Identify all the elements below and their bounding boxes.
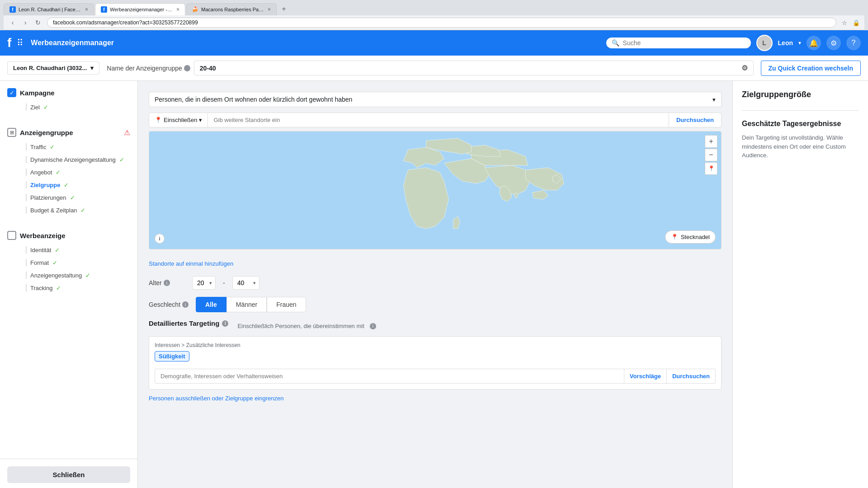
format-label: Format (30, 259, 49, 266)
reload-button[interactable]: ↻ (33, 17, 43, 28)
sidebar-item-traffic[interactable]: Traffic ✓ (22, 141, 130, 153)
user-dropdown-arrow[interactable]: ▾ (798, 40, 801, 46)
anzeigengruppe-items: Traffic ✓ Dynamische Anzeigengestaltung … (7, 141, 130, 216)
gender-all-button[interactable]: Alle (196, 297, 226, 312)
settings-icon[interactable]: ⚙ (826, 36, 841, 50)
sidebar-item-anzeigengestaltung[interactable]: Anzeigengestaltung ✓ (22, 269, 130, 282)
map-location-button[interactable]: 📍 (705, 162, 717, 175)
targeting-suggestions-button[interactable]: Vorschläge (624, 369, 667, 384)
angebot-check-icon: ✓ (56, 169, 61, 176)
close-button[interactable]: Schließen (7, 466, 130, 483)
age-from-wrapper: 18192021222530 (192, 276, 216, 290)
add-locations-link[interactable]: Standorte auf einmal hinzufügen (149, 260, 233, 267)
gender-info-icon[interactable]: i (182, 301, 189, 308)
browser-tab-0[interactable]: f Leon R. Chaudhari | Facebook × (4, 3, 94, 15)
search-input[interactable] (623, 39, 745, 47)
sidebar-item-angebot[interactable]: Angebot ✓ (22, 166, 130, 178)
map-zoom-out-button[interactable]: − (705, 149, 717, 161)
sidebar: ✓ Kampagne Ziel ✓ ⊞ Anzeigeng (0, 81, 138, 488)
app-menu-icon[interactable]: ⠿ (17, 38, 24, 48)
facebook-logo: f (7, 36, 11, 50)
platzierungen-label: Platzierungen (30, 194, 66, 201)
field-info-icon[interactable]: ⓘ (184, 65, 190, 71)
forward-button[interactable]: › (20, 17, 31, 28)
ad-group-name-field: Name der Anzeigengruppe ⓘ 20-40 ⚙ (107, 61, 753, 75)
traffic-label: Traffic (30, 144, 46, 150)
extension-icon[interactable]: 🔒 (852, 18, 861, 27)
sidebar-item-budget[interactable]: Budget & Zeitplan ✓ (22, 204, 130, 216)
sidebar-section-werbeanzeige: Werbeanzeige Identität ✓ Format ✓ (0, 224, 137, 294)
new-tab-button[interactable]: + (278, 3, 290, 15)
targeting-browse-button[interactable]: Durchsuchen (667, 369, 716, 384)
sidebar-item-ziel[interactable]: Ziel ✓ (22, 101, 130, 113)
top-bar-right: L Leon ▾ 🔔 ⚙ ? (756, 35, 861, 51)
location-filter-text: Personen, die in diesem Ort wohnen oder … (155, 96, 712, 103)
targeting-sublabel-info-icon[interactable]: i (370, 323, 376, 329)
tab-title-2: Macarons Raspberries Pastri... (201, 7, 265, 12)
divider (26, 272, 27, 279)
location-input[interactable] (208, 113, 669, 127)
exclude-link[interactable]: Personen ausschließen oder Zielgruppe ei… (149, 395, 283, 402)
age-from-select[interactable]: 18192021222530 (192, 276, 216, 290)
targeting-input[interactable] (155, 369, 624, 384)
sidebar-item-platzierungen[interactable]: Platzierungen ✓ (22, 191, 130, 204)
targeting-label: Detailliertes Targeting i (149, 319, 228, 327)
add-locations-area: Standorte auf einmal hinzufügen (149, 257, 722, 267)
gender-female-button[interactable]: Frauen (267, 297, 306, 312)
switch-button[interactable]: Zu Quick Creation wechseln (761, 61, 861, 76)
divider (26, 156, 27, 163)
divider (26, 194, 27, 201)
ziel-check-icon: ✓ (43, 104, 48, 111)
gender-male-button[interactable]: Männer (226, 297, 267, 312)
browser-tab-1[interactable]: f Werbeanzeigenmanager - Cr... × (95, 3, 185, 15)
field-value[interactable]: 20-40 ⚙ (194, 61, 754, 75)
account-selector[interactable]: Leon R. Chaudhari (3032... ▾ (7, 61, 99, 75)
age-row: Alter i 18192021222530 - 182530354045506… (149, 276, 722, 290)
browser-tab-2[interactable]: 🍰 Macarons Raspberries Pastri... × (186, 3, 277, 15)
include-chevron-icon: ▾ (199, 117, 202, 123)
sidebar-item-identitaet[interactable]: Identität ✓ (22, 244, 130, 256)
notification-icon[interactable]: 🔔 (807, 36, 821, 50)
platzierungen-check-icon: ✓ (70, 194, 75, 201)
gender-group: Alle Männer Frauen (196, 297, 306, 312)
sidebar-section-anzeigengruppe: ⊞ Anzeigengruppe ⚠ Traffic ✓ Dynamische … (0, 121, 137, 216)
user-name: Leon (778, 39, 793, 47)
sidebar-item-format[interactable]: Format ✓ (22, 256, 130, 269)
location-search-row: 📍 Einschließen ▾ Durchsuchen (149, 113, 722, 127)
map-info-button[interactable]: i (155, 234, 165, 244)
exclude-link-area: Personen ausschließen oder Zielgruppe ei… (149, 395, 722, 402)
budget-label: Budget & Zeitplan (30, 207, 77, 214)
anzeigengruppe-warning-icon: ⚠ (124, 128, 130, 137)
tab-close-1[interactable]: × (176, 6, 179, 13)
pin-button[interactable]: 📍 Stecknadel (665, 230, 716, 244)
tracking-label: Tracking (30, 285, 52, 291)
tab-close-2[interactable]: × (268, 6, 271, 13)
age-to-select[interactable]: 1825303540455065+ (232, 276, 259, 290)
field-label: Name der Anzeigengruppe ⓘ (107, 65, 190, 72)
age-info-icon[interactable]: i (164, 280, 170, 286)
help-icon[interactable]: ? (846, 36, 861, 50)
location-search-button[interactable]: Durchsuchen (669, 113, 722, 127)
location-include-dropdown[interactable]: 📍 Einschließen ▾ (149, 113, 208, 127)
kampagne-items: Ziel ✓ (7, 101, 130, 113)
map-zoom-in-button[interactable]: + (705, 135, 717, 148)
anzeigengruppe-title: Anzeigengruppe (20, 129, 120, 136)
location-filter-dropdown[interactable]: Personen, die in diesem Ort wohnen oder … (149, 92, 722, 107)
back-button[interactable]: ‹ (7, 17, 18, 28)
bookmark-icon[interactable]: ☆ (840, 18, 849, 27)
targeting-tag: Süßigkeit (155, 351, 189, 361)
close-btn-area: Schließen (0, 459, 137, 488)
pin-button-label: Stecknadel (681, 234, 710, 240)
map-container: + − 📍 i 📍 Stecknadel (149, 131, 722, 249)
targeting-info-icon[interactable]: i (222, 320, 228, 327)
tab-favicon-0: f (9, 6, 16, 13)
werbeanzeige-title: Werbeanzeige (20, 232, 130, 239)
sidebar-item-dynamic[interactable]: Dynamische Anzeigengestaltung ✓ (22, 153, 130, 166)
sidebar-item-zielgruppe[interactable]: Zielgruppe ✓ (22, 178, 130, 191)
tab-close-0[interactable]: × (85, 6, 88, 13)
field-gear-icon[interactable]: ⚙ (741, 64, 748, 72)
panel-divider-1 (742, 110, 859, 111)
kampagne-checkbox: ✓ (7, 88, 16, 97)
address-input[interactable]: facebook.com/adsmanager/creation?act=303… (47, 18, 836, 28)
sidebar-item-tracking[interactable]: Tracking ✓ (22, 282, 130, 294)
